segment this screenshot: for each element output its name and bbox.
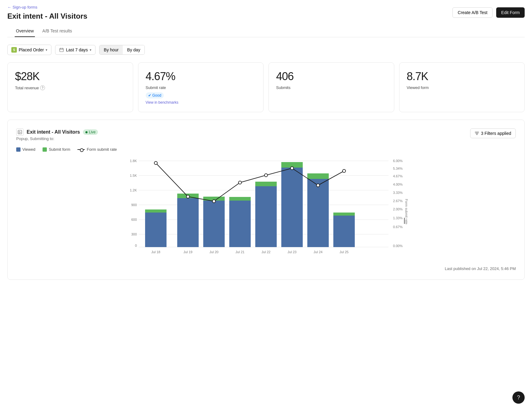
submits-card: 406 Submits — [268, 62, 394, 112]
svg-rect-0 — [60, 48, 63, 52]
chart-footer: Last published on Jul 22, 2024, 5:46 PM — [16, 266, 516, 271]
bar-jul21-viewed — [229, 201, 251, 247]
right-axis-label: Form submit rate — [405, 199, 408, 224]
svg-text:Jul 19: Jul 19 — [183, 250, 192, 254]
total-revenue-help-icon[interactable]: ? — [40, 85, 45, 90]
dot-jul23 — [290, 167, 294, 170]
bar-jul25-viewed — [333, 216, 355, 247]
bar-jul21-submit — [229, 197, 251, 201]
viewed-form-label: Viewed form — [407, 85, 517, 90]
back-link[interactable]: Sign-up forms — [7, 5, 525, 9]
viewed-color — [16, 147, 21, 152]
svg-text:Jul 21: Jul 21 — [235, 250, 244, 254]
good-label: Good — [152, 93, 161, 98]
chart-form-icon — [16, 128, 24, 136]
viewed-form-value: 8.7K — [407, 70, 517, 83]
total-revenue-card: $28K Total revenue ? — [7, 62, 133, 112]
submits-value: 406 — [276, 70, 387, 83]
page-title: Exit intent - All Visitors — [7, 12, 525, 20]
bar-jul23-viewed — [281, 168, 303, 247]
svg-text:6.00%: 6.00% — [393, 159, 403, 163]
by-day-button[interactable]: By day — [123, 45, 144, 54]
chart-title: Exit intent - All Visitors — [27, 129, 80, 135]
tab-overview[interactable]: Overview — [15, 25, 35, 37]
filters-applied-button[interactable]: 3 Filters applied — [470, 128, 516, 138]
chart-legend: Viewed Submit form Form submit rate — [16, 147, 516, 152]
svg-rect-4 — [19, 133, 21, 133]
svg-text:Jul 25: Jul 25 — [339, 250, 348, 254]
filter-bar: S Placed Order ▾ Last 7 days ▾ By hour B… — [7, 45, 525, 55]
submits-label: Submits — [276, 85, 387, 90]
date-range-label: Last 7 days — [66, 47, 88, 52]
calendar-icon — [59, 47, 64, 52]
placed-order-filter[interactable]: S Placed Order ▾ — [7, 45, 51, 55]
svg-text:4.00%: 4.00% — [393, 183, 403, 186]
bar-jul22-viewed — [255, 186, 277, 247]
time-toggle: By hour By day — [99, 45, 145, 55]
chart-area: 1.8K 1.5K 1.2K 900 600 300 0 — [16, 157, 516, 261]
svg-text:0.67%: 0.67% — [393, 225, 403, 229]
tab-ab-test[interactable]: A/B Test results — [41, 25, 73, 37]
svg-text:300: 300 — [131, 232, 137, 236]
submit-rate-label: Submit rate — [146, 85, 256, 90]
svg-text:Jul 20: Jul 20 — [209, 250, 218, 254]
chevron-down-icon: ▾ — [46, 48, 47, 52]
svg-rect-2 — [19, 131, 20, 131]
dot-jul21 — [238, 181, 242, 184]
svg-text:Jul 23: Jul 23 — [287, 250, 296, 254]
bar-jul24-viewed — [307, 179, 329, 247]
bar-jul18-viewed — [145, 212, 167, 247]
create-ab-test-button[interactable]: Create A/B Test — [452, 7, 493, 18]
edit-form-button[interactable]: Edit Form — [496, 7, 525, 18]
legend-viewed: Viewed — [16, 147, 35, 152]
chart-subtitle: Popup, Submitting to: — [16, 136, 98, 141]
svg-text:Jul 22: Jul 22 — [261, 250, 270, 254]
bar-jul19-viewed — [177, 198, 199, 247]
svg-text:5.34%: 5.34% — [393, 167, 403, 170]
chevron-down-icon2: ▾ — [90, 48, 92, 52]
bar-jul25-submit — [333, 213, 355, 216]
svg-text:900: 900 — [131, 203, 137, 207]
legend-form-submit-rate: Form submit rate — [77, 147, 117, 152]
dot-jul20 — [212, 200, 215, 203]
help-button[interactable]: ? — [512, 391, 525, 404]
dot-jul24 — [317, 184, 320, 187]
bar-jul22-submit — [255, 182, 277, 186]
chart-section: Exit intent - All Visitors Live Popup, S… — [7, 120, 525, 280]
stats-row: $28K Total revenue ? 4.67% Submit rate ✔… — [7, 62, 525, 112]
legend-submit-form: Submit form — [43, 147, 70, 152]
svg-text:1.2K: 1.2K — [130, 188, 137, 192]
svg-text:0.00%: 0.00% — [393, 244, 403, 248]
good-badge: ✔ Good — [146, 92, 164, 98]
submit-rate-value: 4.67% — [146, 70, 256, 83]
benchmark-link[interactable]: View in benchmarks — [146, 100, 256, 105]
shopify-icon: S — [11, 47, 17, 53]
bar-jul24-submit — [307, 173, 329, 179]
bar-jul18-submit — [145, 209, 167, 213]
check-icon: ✔ — [148, 93, 151, 98]
svg-text:1.33%: 1.33% — [393, 216, 403, 220]
dot-jul18 — [154, 161, 157, 165]
svg-text:2.67%: 2.67% — [393, 199, 403, 203]
placed-order-label: Placed Order — [19, 47, 44, 52]
svg-text:0: 0 — [135, 244, 137, 247]
viewed-form-card: 8.7K Viewed form — [399, 62, 525, 112]
svg-text:600: 600 — [131, 218, 137, 221]
filters-applied-label: 3 Filters applied — [481, 131, 511, 136]
svg-text:1.5K: 1.5K — [130, 174, 137, 177]
total-revenue-label: Total revenue ? — [15, 85, 126, 90]
submit-form-color — [43, 147, 47, 152]
dot-jul19 — [186, 195, 189, 198]
tabs-container: Overview A/B Test results — [7, 25, 525, 37]
svg-text:Jul 18: Jul 18 — [151, 250, 160, 254]
dot-jul25 — [343, 169, 346, 172]
dot-jul22 — [264, 174, 268, 177]
svg-text:1.8K: 1.8K — [130, 159, 137, 163]
svg-text:3.33%: 3.33% — [393, 191, 403, 194]
date-range-filter[interactable]: Last 7 days ▾ — [55, 45, 96, 55]
by-hour-button[interactable]: By hour — [99, 45, 123, 54]
rate-line-icon — [77, 149, 85, 150]
live-dot — [85, 131, 88, 133]
svg-text:2.00%: 2.00% — [393, 207, 403, 211]
submit-rate-card: 4.67% Submit rate ✔ Good View in benchma… — [138, 62, 264, 112]
